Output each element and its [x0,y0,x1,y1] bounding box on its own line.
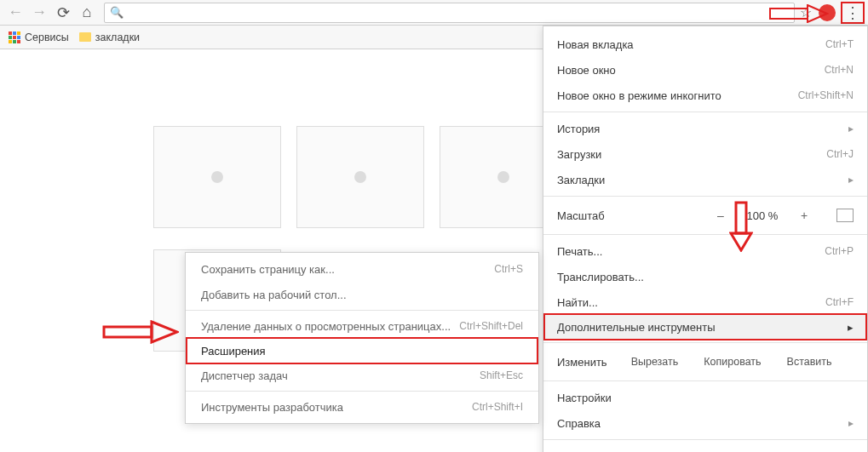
fullscreen-icon[interactable] [836,209,854,222]
menu-label: Печать... [557,245,602,258]
menu-separator [543,196,867,197]
menu-label: Новое окно [557,64,616,77]
menu-item-bookmarks[interactable]: Закладки ▸ [543,167,867,192]
zoom-in-button[interactable]: + [794,209,814,222]
svg-rect-0 [9,31,12,35]
submenu-item-task-manager[interactable]: Диспетчер задач Shift+Esc [186,363,538,388]
menu-label: Новое окно в режиме инкогнито [557,89,721,102]
search-icon: 🔍 [110,6,124,19]
bookmarks-folder[interactable]: закладки [79,31,140,43]
cut-button[interactable]: Вырезать [624,356,686,368]
zoom-controls: – 100 % + [710,209,854,222]
ntp-tile[interactable] [153,126,281,228]
bookmarks-folder-label: закладки [95,31,140,43]
copy-button[interactable]: Копировать [697,356,767,368]
menu-item-find[interactable]: Найти... Ctrl+F [543,289,867,315]
menu-item-zoom: Масштаб – 100 % + [543,200,867,231]
menu-item-more-tools[interactable]: Дополнительные инструменты ▸ [543,313,867,340]
svg-rect-4 [13,36,16,39]
menu-shortcut: Ctrl+J [826,148,854,160]
chevron-right-icon: ▸ [848,174,854,186]
submenu-label: Инструменты разработчика [201,401,343,414]
submenu-separator [186,310,538,311]
submenu-label: Добавить на рабочий стол... [201,289,347,301]
chevron-right-icon: ▸ [848,321,854,334]
menu-item-edit: Изменить Вырезать Копировать Вставить [543,346,867,377]
svg-rect-2 [17,31,20,35]
svg-rect-5 [17,36,20,39]
apps-label: Сервисы [25,31,69,43]
main-menu: Новая вкладка Ctrl+T Новое окно Ctrl+N Н… [543,26,868,452]
menu-separator [543,342,867,343]
svg-rect-6 [9,40,12,43]
menu-item-downloads[interactable]: Загрузки Ctrl+J [543,141,867,167]
bookmark-star-icon[interactable]: ☆ [800,4,812,20]
menu-item-help[interactable]: Справка ▸ [543,410,867,436]
chevron-right-icon: ▸ [848,417,854,429]
menu-label: История [557,123,600,135]
menu-item-incognito[interactable]: Новое окно в режиме инкогнито Ctrl+Shift… [543,83,867,108]
submenu-item-extensions[interactable]: Расширения [186,337,538,364]
menu-item-settings[interactable]: Настройки [543,385,867,410]
menu-label: Новая вкладка [557,38,634,51]
menu-label: Настройки [557,392,612,404]
menu-separator [543,234,867,235]
ntp-tile[interactable] [296,126,424,228]
menu-item-print[interactable]: Печать... Ctrl+P [543,238,867,264]
apps-grid-icon [9,31,20,43]
menu-item-cast[interactable]: Транслировать... [543,264,867,289]
menu-separator [543,112,867,112]
extension-badge-icon[interactable] [819,4,836,21]
back-button[interactable]: ← [3,2,27,24]
submenu-label: Сохранить страницу как... [201,263,335,276]
submenu-separator [186,391,538,392]
menu-item-history[interactable]: История ▸ [543,116,867,141]
most-visited-tiles [153,126,567,228]
folder-icon [79,32,91,42]
browser-toolbar: ← → ⟳ ⌂ 🔍 ☆ ⋮ [0,0,868,26]
submenu-label: Диспетчер задач [201,369,288,382]
home-button[interactable]: ⌂ [75,2,99,24]
zoom-value: 100 % [741,209,784,222]
submenu-shortcut: Ctrl+Shift+I [472,401,523,413]
menu-shortcut: Ctrl+Shift+N [798,89,854,101]
menu-label: Справка [557,417,601,430]
svg-rect-1 [13,31,16,35]
menu-label: Транслировать... [557,271,644,283]
paste-button[interactable]: Вставить [780,356,839,368]
omnibox-input[interactable] [129,6,789,19]
submenu-label: Расширения [201,345,266,358]
svg-rect-3 [9,36,12,39]
apps-shortcut[interactable]: Сервисы [9,31,69,43]
omnibox[interactable]: 🔍 [104,3,795,23]
edit-label: Изменить [557,356,607,369]
menu-label: Закладки [557,174,605,186]
chevron-right-icon: ▸ [848,123,854,134]
menu-label: Загрузки [557,148,601,161]
menu-shortcut: Ctrl+T [825,38,854,50]
menu-separator [543,380,867,381]
svg-rect-7 [13,40,16,43]
submenu-item-clear-data[interactable]: Удаление данных о просмотренных страница… [186,313,538,339]
menu-label: Дополнительные инструменты [557,321,716,334]
menu-shortcut: Ctrl+F [825,296,854,308]
menu-shortcut: Ctrl+N [825,64,854,76]
menu-label: Найти... [557,296,598,309]
menu-shortcut: Ctrl+P [825,245,854,257]
forward-button[interactable]: → [27,2,51,24]
menu-button[interactable]: ⋮ [841,2,865,24]
submenu-item-dev-tools[interactable]: Инструменты разработчика Ctrl+Shift+I [186,394,538,420]
menu-item-new-window[interactable]: Новое окно Ctrl+N [543,57,867,83]
menu-item-new-tab[interactable]: Новая вкладка Ctrl+T [543,31,867,57]
svg-rect-8 [17,40,20,43]
more-tools-submenu: Сохранить страницу как... Ctrl+S Добавит… [185,252,539,424]
menu-separator [543,439,867,440]
reload-button[interactable]: ⟳ [51,2,75,24]
menu-item-exit[interactable]: Выход Ctrl+Shift+Q [543,443,867,452]
submenu-label: Удаление данных о просмотренных страница… [201,320,451,333]
submenu-item-save-as[interactable]: Сохранить страницу как... Ctrl+S [186,256,538,282]
zoom-out-button[interactable]: – [710,209,731,222]
submenu-shortcut: Shift+Esc [480,369,523,381]
submenu-shortcut: Ctrl+Shift+Del [459,320,523,332]
submenu-item-add-desktop[interactable]: Добавить на рабочий стол... [186,282,538,307]
